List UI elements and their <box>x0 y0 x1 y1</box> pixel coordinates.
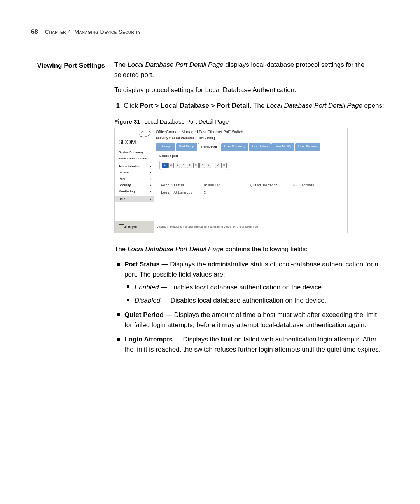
text: contains the following fields: <box>224 245 308 253</box>
nav-port[interactable]: Port <box>115 176 154 182</box>
tab-user-remove[interactable]: User Remove <box>295 143 320 151</box>
main-panel: OfficeConnect Managed Fast Ethernet PoE … <box>154 128 347 233</box>
section-heading: Viewing Port Settings <box>31 60 105 359</box>
port-selector-panel: Select a port 1 2 3 4 5 6 7 8 9 g <box>156 151 345 175</box>
port-status-value: Disabled <box>204 183 250 189</box>
logo-text: 3COM <box>119 138 150 147</box>
chevron-right-icon <box>150 184 151 186</box>
quiet-period-label: Quied Period: <box>250 183 293 189</box>
text: — Displays the administrative status of … <box>124 261 378 278</box>
nav-monitoring[interactable]: Monitoring <box>115 188 154 194</box>
chevron-right-icon <box>150 190 151 192</box>
intro-paragraph-2: To display protocol settings for Local D… <box>114 85 385 95</box>
text: The <box>114 61 128 68</box>
tab-user-setup[interactable]: User Setup <box>249 143 271 151</box>
list-item: Port Status — Displays the administrativ… <box>114 259 385 305</box>
figure-label: Figure 31 <box>114 118 140 125</box>
chevron-right-icon <box>150 178 151 180</box>
text: . The <box>250 102 266 109</box>
after-figure-lead: The Local Database Port Detail Page cont… <box>114 244 385 254</box>
port-5[interactable]: 5 <box>187 163 192 168</box>
figure-footnote: Values in brackets indicate the current … <box>154 224 347 233</box>
nav-label: Security <box>119 183 131 187</box>
logout-button[interactable]: Logout <box>115 221 154 233</box>
port-3[interactable]: 3 <box>175 163 180 168</box>
tab-port-setup[interactable]: Port Setup <box>176 143 197 151</box>
nav-label: Administration <box>119 164 140 169</box>
port-4[interactable]: 4 <box>181 163 186 168</box>
port-7[interactable]: 7 <box>200 163 205 168</box>
app-title: OfficeConnect Managed Fast Ethernet PoE … <box>154 128 347 136</box>
chevron-right-icon <box>150 198 151 200</box>
quiet-period-value: 60 Seconds <box>293 183 340 189</box>
nav-label: Port <box>119 177 125 181</box>
port-6[interactable]: 6 <box>193 163 199 168</box>
port-status-label: Port Status: <box>161 183 204 189</box>
nav-label: Help <box>119 197 125 201</box>
text: opens: <box>362 102 384 109</box>
tab-user-modify[interactable]: User Modify <box>271 143 294 151</box>
text: The <box>114 245 128 253</box>
nav-device-summary[interactable]: Device Summary <box>115 149 154 156</box>
field-name: Quiet Period <box>124 311 164 318</box>
step-1: 1 Click Port > Local Database > Port Det… <box>114 101 385 111</box>
logo-swirl-icon <box>138 130 151 137</box>
port-detail-values: Port Status: Disabled Quied Period: 60 S… <box>156 179 345 222</box>
tab-port-detail[interactable]: Port Detail <box>198 143 220 151</box>
step-number: 1 <box>114 101 120 111</box>
list-item: Enabled — Enables local database authent… <box>124 282 385 292</box>
field-name: Login Attempts <box>124 336 173 343</box>
list-item: Login Attempts — Displays the limit on f… <box>114 334 385 354</box>
value-name: Enabled <box>135 284 159 291</box>
sub-list: Enabled — Enables local database authent… <box>124 282 385 305</box>
chapter-title: Chapter 4: Managing Device Security <box>45 28 141 36</box>
logo: 3COM <box>115 128 154 149</box>
list-item: Disabled — Disables local database authe… <box>124 296 385 306</box>
tab-user-summary[interactable]: User Summary <box>221 143 248 151</box>
chevron-right-icon <box>150 172 151 174</box>
sidebar: 3COM Device Summary Save Configuration A… <box>115 128 154 233</box>
page-name-italic: Local Database Port Detail Page <box>128 245 224 253</box>
chevron-right-icon <box>150 165 151 168</box>
port-g[interactable]: g <box>221 163 227 168</box>
field-list: Port Status — Displays the administrativ… <box>114 259 385 354</box>
select-port-label: Select a port <box>159 154 341 158</box>
logout-icon <box>119 224 124 229</box>
running-header: 68 Chapter 4: Managing Device Security <box>31 27 385 37</box>
menu-path: Port > Local Database > Port Detail <box>140 102 250 109</box>
login-attempts-label: Login Attempts: <box>161 191 204 196</box>
nav-label: Device <box>119 170 129 175</box>
page-name-italic: Local Database Port Detail Page <box>128 61 224 68</box>
nav-device[interactable]: Device <box>115 170 154 176</box>
step-text: Click Port > Local Database > Port Detai… <box>124 101 384 111</box>
nav-help[interactable]: Help <box>115 196 154 202</box>
port-9[interactable]: 9 <box>215 163 220 168</box>
port-selector: 1 2 3 4 5 6 7 8 9 g <box>159 161 229 170</box>
field-name: Port Status <box>124 261 160 268</box>
figure-screenshot: 3COM Device Summary Save Configuration A… <box>114 128 348 233</box>
port-8[interactable]: 8 <box>206 163 211 168</box>
nav-administration[interactable]: Administration <box>115 163 154 170</box>
value-name: Disabled <box>135 297 160 304</box>
logout-label: Logout <box>126 224 139 230</box>
breadcrumb: Security > Local Database [ Port Detail … <box>154 136 347 142</box>
intro-paragraph-1: The Local Database Port Detail Page disp… <box>114 60 385 80</box>
text: Click <box>124 102 140 109</box>
figure-caption: Figure 31Local Database Port Detail Page <box>114 117 385 126</box>
nav-save-configuration[interactable]: Save Configuration <box>115 156 154 162</box>
list-item: Quiet Period — Displays the amount of ti… <box>114 310 385 330</box>
nav-label: Monitoring <box>119 189 135 194</box>
nav-security[interactable]: Security <box>115 182 154 188</box>
port-1[interactable]: 1 <box>162 163 168 168</box>
figure-title: Local Database Port Detail Page <box>144 118 229 125</box>
port-2[interactable]: 2 <box>168 163 174 168</box>
page-number: 68 <box>31 27 38 37</box>
tab-setup[interactable]: Setup <box>156 143 175 151</box>
login-attempts-value: 3 <box>204 191 250 196</box>
tab-bar: Setup Port Setup Port Detail User Summar… <box>154 142 347 151</box>
page-name-italic: Local Database Port Detail Page <box>266 102 362 109</box>
text: — Enables local database authentication … <box>159 284 323 291</box>
text: — Disables local database authentication… <box>160 297 326 304</box>
